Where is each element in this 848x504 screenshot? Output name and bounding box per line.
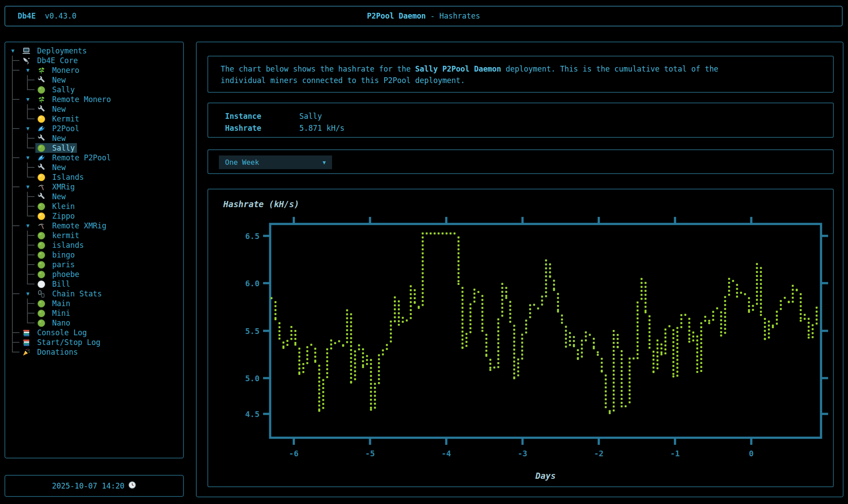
- tree-connector-line: [20, 269, 35, 279]
- hashrate-chart-panel: Hashrate (kH/s)Days-6-5-4-3-2-106.56.05.…: [207, 189, 834, 487]
- tree-row-sally[interactable]: Sally: [5, 143, 183, 153]
- datetime-panel: 2025-10-07 14:20: [4, 475, 184, 497]
- tree-expand-arrow-icon[interactable]: ▼: [20, 65, 35, 75]
- books-icon: [20, 337, 32, 347]
- svg-text:5.5: 5.5: [245, 326, 260, 336]
- tree-row-console-log[interactable]: Console Log: [5, 328, 183, 337]
- tree-item-label: bingo: [50, 250, 77, 259]
- svg-text:-3: -3: [518, 449, 527, 458]
- tree-expand-arrow-icon[interactable]: ▼: [5, 46, 20, 56]
- tree-item-label: paris: [50, 260, 77, 269]
- tree-row-nano[interactable]: Nano: [5, 318, 183, 328]
- time-range-select[interactable]: One Week ▼: [219, 155, 332, 169]
- tree-connector-line: [20, 192, 35, 201]
- description-bold-text: Sally P2Pool Daemon: [415, 64, 501, 73]
- tree-expand-arrow-icon[interactable]: ▼: [20, 153, 35, 163]
- tree-row-bill[interactable]: Bill: [5, 279, 183, 289]
- tree-row-new[interactable]: New: [5, 133, 183, 143]
- tree-connector-line: [5, 182, 20, 192]
- tree-connector-line: [20, 260, 35, 269]
- hashrate-value: 5.871 kH/s: [299, 124, 344, 133]
- svg-text:-6: -6: [289, 449, 299, 458]
- tree-item-label: New: [50, 76, 68, 84]
- yellow-circle-icon: [35, 211, 47, 221]
- tree-connector-line: [20, 143, 35, 153]
- tree-connector-line: [20, 240, 35, 250]
- party-icon: [20, 347, 32, 357]
- tree-connector-line: [20, 201, 35, 211]
- tree-guide-line: [5, 269, 20, 279]
- tree-row-db4e-core[interactable]: Db4E Core: [5, 56, 183, 65]
- svg-text:5.0: 5.0: [245, 374, 260, 383]
- tree-guide-line: [5, 250, 20, 260]
- tree-row-phoebe[interactable]: phoebe: [5, 269, 183, 279]
- tree-item-label: Bill: [50, 280, 73, 288]
- tree-guide-line: [5, 318, 20, 328]
- tree-row-new[interactable]: New: [5, 163, 183, 172]
- tree-row-remote-xmrig[interactable]: ▼Remote XMRig: [5, 221, 183, 231]
- tree-row-remote-monero[interactable]: ▼Remote Monero: [5, 95, 183, 104]
- tree-row-remote-p2pool[interactable]: ▼Remote P2Pool: [5, 153, 183, 163]
- green-circle-icon: [35, 201, 47, 211]
- tree-row-chain-stats[interactable]: ▼Chain Stats: [5, 289, 183, 299]
- yellow-circle-icon: [35, 114, 47, 124]
- tree-item-label: P2Pool: [50, 124, 81, 133]
- tree-connector-line: [5, 347, 20, 357]
- tree-row-islands[interactable]: islands: [5, 240, 183, 250]
- tree-row-start-stop-log[interactable]: Start/Stop Log: [5, 337, 183, 347]
- tree-row-mini[interactable]: Mini: [5, 308, 183, 318]
- clock-icon: [128, 481, 136, 491]
- tree-connector-line: [5, 56, 20, 65]
- tree-row-zippo[interactable]: Zippo: [5, 211, 183, 221]
- page-title-rest: - Hashrates: [426, 11, 480, 20]
- tree-expand-arrow-icon[interactable]: ▼: [20, 182, 35, 192]
- tree-row-new[interactable]: New: [5, 75, 183, 85]
- tree-item-label: Start/Stop Log: [35, 338, 103, 347]
- page-title-bold: P2Pool Daemon: [367, 11, 426, 20]
- tree-row-kermit[interactable]: kermit: [5, 231, 183, 240]
- tree-row-new[interactable]: New: [5, 104, 183, 114]
- wrench-icon: [35, 133, 47, 143]
- tree-row-kermit[interactable]: Kermit: [5, 114, 183, 124]
- tree-row-new[interactable]: New: [5, 192, 183, 201]
- tree-row-islands[interactable]: Islands: [5, 172, 183, 182]
- instance-value: Sally: [299, 112, 322, 121]
- tree-row-bingo[interactable]: bingo: [5, 250, 183, 260]
- green-circle-icon: [35, 308, 47, 318]
- tree-row-klein[interactable]: Klein: [5, 201, 183, 211]
- tree-item-label: Mini: [50, 309, 73, 318]
- hashrate-label: Hashrate: [225, 124, 299, 133]
- time-range-value: One Week: [225, 158, 259, 167]
- tree-item-label: Klein: [50, 202, 77, 211]
- svg-text:4.5: 4.5: [245, 409, 260, 419]
- tree-row-monero[interactable]: ▼Monero: [5, 65, 183, 75]
- info-row-instance: Instance Sally: [225, 110, 816, 122]
- tree-row-xmrig[interactable]: ▼XMRig: [5, 182, 183, 192]
- tree-row-paris[interactable]: paris: [5, 260, 183, 269]
- tree-row-p2pool[interactable]: ▼P2Pool: [5, 124, 183, 133]
- tree-item-label: Remote XMRig: [50, 221, 109, 230]
- tree-connector-line: [20, 211, 35, 221]
- tree-row-deployments[interactable]: ▼Deployments: [5, 46, 183, 56]
- tree-connector-line: [20, 172, 35, 182]
- green-circle-icon: [35, 299, 47, 308]
- tree-expand-arrow-icon[interactable]: ▼: [20, 124, 35, 133]
- tree-guide-line: [5, 279, 20, 289]
- description-box: The chart below shows the hashrate for t…: [207, 56, 834, 93]
- tree-item-label: Sally: [50, 85, 77, 94]
- tree-row-main[interactable]: Main: [5, 299, 183, 308]
- tree-item-label: kermit: [50, 231, 81, 240]
- tree-connector-line: [20, 104, 35, 114]
- svg-text:6.5: 6.5: [245, 231, 260, 241]
- tree-item-label: Remote P2Pool: [50, 153, 113, 162]
- tree-item-label: Db4E Core: [35, 56, 80, 65]
- tree-row-donations[interactable]: Donations: [5, 347, 183, 357]
- tree-expand-arrow-icon[interactable]: ▼: [20, 95, 35, 104]
- tree-expand-arrow-icon[interactable]: ▼: [20, 221, 35, 231]
- wrench-icon: [35, 104, 47, 114]
- tree-expand-arrow-icon[interactable]: ▼: [20, 289, 35, 299]
- tree-connector-line: [20, 75, 35, 85]
- tree-row-sally[interactable]: Sally: [5, 85, 183, 95]
- tree-item-label: phoebe: [50, 270, 81, 279]
- tree-item-label: New: [50, 134, 68, 143]
